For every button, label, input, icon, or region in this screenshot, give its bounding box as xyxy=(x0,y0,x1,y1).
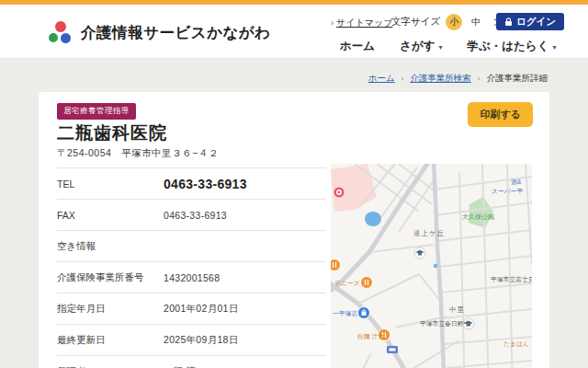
breadcrumb-separator-icon: › xyxy=(401,75,404,83)
table-row-tel: TEL 0463-33-6913 xyxy=(57,167,326,200)
caret-right-icon: › xyxy=(331,18,334,28)
facility-detail-card: 居宅療養管理指導 印刷する 二瓶歯科医院 〒254-0054 平塚市中里３６−４… xyxy=(39,92,549,368)
service-type-badge: 居宅療養管理指導 xyxy=(57,103,136,120)
table-row-fax: FAX 0463-33-6913 xyxy=(57,200,326,231)
breadcrumb-separator-icon: › xyxy=(478,75,481,83)
table-row-manager: 管理者 二瓶 淳 xyxy=(57,356,326,368)
site-header: 介護情報サービスかながわ › サイトマップ 文字サイズ 小 中 大 ログイン ホ… xyxy=(0,5,588,59)
site-logo[interactable]: 介護情報サービスかながわ xyxy=(48,21,271,44)
school-icon[interactable] xyxy=(414,247,425,259)
login-label: ログイン xyxy=(516,16,556,29)
main-nav: ホーム さがす ▾ 学ぶ・はたらく ▾ xyxy=(340,39,556,54)
nav-learn-work[interactable]: 学ぶ・はたらく ▾ xyxy=(468,39,557,54)
sitemap-link[interactable]: › サイトマップ xyxy=(331,17,392,29)
store-icon[interactable] xyxy=(358,307,370,319)
facility-address: 〒254-0054 平塚市中里３６−４２ xyxy=(57,147,219,160)
map-water-dot xyxy=(434,264,437,268)
site-title: 介護情報サービスかながわ xyxy=(81,23,271,43)
table-row-availability: 空き情報 xyxy=(57,231,326,262)
map-label-store: 一平塚店 xyxy=(333,310,357,317)
map-label-supermarket: スーパー平 xyxy=(492,188,524,194)
nav-home[interactable]: ホーム xyxy=(340,39,375,54)
map-label-school1: 平塚市立春日野中 xyxy=(420,320,470,328)
map-label-park: 大久保公園 xyxy=(462,213,494,221)
font-size-control: 文字サイズ 小 中 大 xyxy=(391,14,506,30)
font-size-small-button[interactable]: 小 xyxy=(446,14,462,30)
map-label-liquor: 酒& xyxy=(511,178,522,186)
restaurant-icon[interactable] xyxy=(361,277,373,289)
map-label-district1: 達上ケ丘 xyxy=(413,229,445,237)
map-label-district2: 中里 xyxy=(449,305,465,314)
transit-badge-icon[interactable] xyxy=(387,346,398,353)
breadcrumb: ホーム › 介護事業所検索 › 介護事業所詳細 xyxy=(368,73,548,85)
table-row-designation-date: 指定年月日 2001年02月01日 xyxy=(57,293,326,325)
nav-search[interactable]: さがす ▾ xyxy=(400,39,442,54)
map-label-tamahan: たまはん xyxy=(503,340,529,348)
facility-map[interactable]: 酒& スーパー平 大久保公園 達上ケ丘 平塚市立富士見 デニーズ 一平塚店 中里… xyxy=(331,164,532,368)
restaurant-icon[interactable] xyxy=(331,259,341,271)
login-button[interactable]: ログイン xyxy=(496,13,564,30)
font-size-medium-button[interactable]: 中 xyxy=(468,14,484,30)
chevron-down-icon: ▾ xyxy=(552,43,556,52)
table-row-last-updated: 最終更新日 2025年09月18日 xyxy=(57,325,326,356)
breadcrumb-search[interactable]: 介護事業所検索 xyxy=(410,73,471,85)
lock-icon xyxy=(504,17,513,27)
map-label-dennys: デニーズ xyxy=(334,280,360,286)
facility-detail-table: TEL 0463-33-6913 FAX 0463-33-6913 空き情報 介… xyxy=(57,167,326,368)
print-button[interactable]: 印刷する xyxy=(468,102,533,127)
facility-name: 二瓶歯科医院 xyxy=(57,121,167,145)
logo-dots-icon xyxy=(48,21,73,44)
map-pond xyxy=(365,212,381,226)
breadcrumb-current: 介護事業所詳細 xyxy=(487,73,548,85)
map-label-ramen: 拉麺 汁力 xyxy=(357,333,384,340)
font-size-label: 文字サイズ xyxy=(391,16,440,29)
hospital-marker-icon[interactable] xyxy=(334,188,345,198)
map-label-school2: 平塚市立富士見 xyxy=(491,276,532,283)
table-row-office-number: 介護保険事業所番号 1432001568 xyxy=(57,262,326,293)
breadcrumb-home[interactable]: ホーム xyxy=(368,73,395,85)
chevron-down-icon: ▾ xyxy=(438,43,442,52)
